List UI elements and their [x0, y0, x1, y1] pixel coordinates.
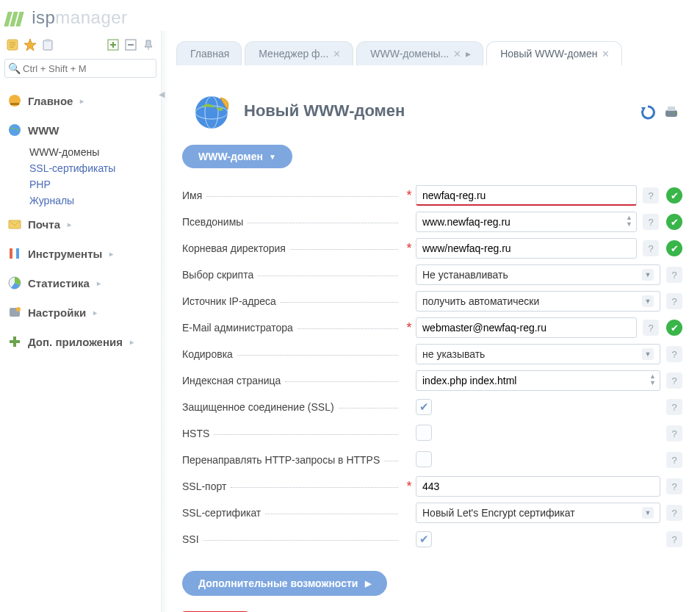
- help-icon[interactable]: ?: [643, 320, 659, 336]
- section-www-domain[interactable]: WWW-домен ▼: [182, 145, 292, 168]
- label-ssl: Защищенное соединение (SSL): [182, 401, 334, 413]
- input-name[interactable]: [416, 185, 637, 206]
- more-options[interactable]: Дополнительные возможности ▶: [182, 571, 387, 596]
- select-sslcert-value: Новый Let's Encrypt сертификат: [422, 507, 575, 519]
- svg-rect-29: [668, 107, 675, 111]
- help-icon[interactable]: ?: [643, 214, 659, 230]
- required-mark: *: [403, 479, 416, 494]
- help-icon[interactable]: ?: [666, 267, 682, 283]
- brand-text-1: isp: [32, 7, 55, 27]
- refresh-icon[interactable]: [640, 104, 656, 120]
- search-input[interactable]: [4, 59, 156, 78]
- help-icon[interactable]: ?: [666, 531, 682, 547]
- close-icon[interactable]: ✕: [602, 48, 610, 60]
- checkbox-ssl[interactable]: ✔: [416, 399, 432, 415]
- sidebar-item-stats[interactable]: Статистика▸: [4, 269, 156, 297]
- sidebar-label-stats: Статистика: [28, 277, 90, 289]
- help-icon[interactable]: ?: [666, 293, 682, 309]
- sidebar-sub-domains[interactable]: WWW-домены: [29, 144, 156, 160]
- plus-icon[interactable]: [107, 38, 120, 51]
- sidebar-item-settings[interactable]: Настройки▸: [4, 298, 156, 326]
- label-redirect: Перенаправлять HTTP-запросы в HTTPS: [182, 454, 380, 466]
- select-sslcert[interactable]: Новый Let's Encrypt сертификат▼: [416, 503, 660, 523]
- stepper-icon[interactable]: ▲▼: [626, 215, 632, 228]
- tab-newdomain-label: Новый WWW-домен: [500, 48, 597, 60]
- select-enc[interactable]: не указывать▼: [416, 344, 660, 364]
- label-enc: Кодировка: [182, 348, 233, 360]
- addons-icon: [7, 334, 22, 349]
- sidebar-sub-php[interactable]: PHP: [29, 176, 156, 192]
- valid-icon: ✔: [666, 187, 682, 204]
- checkbox-ssi[interactable]: ✔: [416, 531, 432, 547]
- stepper-icon[interactable]: ▲▼: [649, 373, 656, 386]
- search-icon: 🔍: [8, 62, 21, 74]
- select-script[interactable]: Не устанавливать▼: [416, 264, 660, 285]
- checkbox-redirect[interactable]: [416, 451, 432, 467]
- sidebar-item-www[interactable]: WWW: [4, 116, 156, 144]
- brand-bars-icon: [6, 7, 24, 28]
- sidebar-label-home: Главное: [28, 95, 73, 107]
- brand-text-2: manager: [55, 7, 127, 27]
- help-icon[interactable]: ?: [666, 452, 682, 468]
- help-icon[interactable]: ?: [643, 240, 659, 256]
- sidebar-item-tools[interactable]: Инструменты▸: [4, 240, 156, 267]
- help-icon[interactable]: ?: [666, 372, 682, 389]
- svg-point-21: [16, 307, 21, 312]
- svg-rect-18: [16, 248, 19, 259]
- help-icon[interactable]: ?: [643, 187, 659, 204]
- input-index[interactable]: [416, 370, 660, 391]
- help-icon[interactable]: ?: [666, 478, 682, 494]
- sidebar-item-addons[interactable]: Доп. приложения▸: [4, 328, 156, 356]
- help-icon[interactable]: ?: [666, 399, 682, 415]
- valid-icon: ✔: [666, 320, 682, 336]
- clipboard-icon[interactable]: [41, 38, 54, 51]
- help-icon[interactable]: ?: [666, 425, 682, 442]
- close-icon[interactable]: ✕: [453, 48, 461, 60]
- sidebar-sub-ssl[interactable]: SSL-сертификаты: [29, 160, 156, 176]
- chevron-down-icon: ▼: [642, 348, 654, 360]
- required-mark: *: [403, 241, 416, 256]
- input-aliases[interactable]: [416, 212, 637, 232]
- page-globe-icon: [191, 90, 232, 132]
- svg-marker-4: [24, 39, 36, 51]
- label-email: E-Mail администратора: [182, 322, 293, 334]
- star-icon[interactable]: [24, 38, 37, 51]
- tab-wwwdomains-label: WWW-домены...: [370, 48, 449, 60]
- svg-rect-14: [10, 103, 19, 105]
- label-hsts: HSTS: [182, 428, 209, 439]
- label-aliases: Псевдонимы: [182, 216, 243, 228]
- stats-icon: [7, 276, 22, 290]
- select-ipsrc-value: получить автоматически: [422, 295, 539, 307]
- more-options-label: Дополнительные возможности: [198, 577, 358, 589]
- input-sslport[interactable]: [416, 476, 660, 497]
- select-ipsrc[interactable]: получить автоматически▼: [416, 291, 660, 312]
- close-icon[interactable]: ✕: [333, 48, 341, 60]
- tab-newdomain[interactable]: Новый WWW-домен✕: [486, 41, 622, 65]
- help-icon[interactable]: ?: [666, 505, 682, 521]
- label-sslport: SSL-порт: [182, 480, 226, 492]
- tab-filemanager[interactable]: Менеджер ф...✕: [245, 41, 353, 65]
- required-mark: *: [403, 320, 416, 336]
- collapse-handle-icon[interactable]: ◀: [159, 90, 165, 99]
- label-script: Выбор скрипта: [182, 269, 253, 281]
- checkbox-hsts[interactable]: [416, 425, 432, 441]
- label-root: Корневая директория: [182, 242, 286, 254]
- print-icon[interactable]: [663, 104, 679, 120]
- help-icon[interactable]: ?: [666, 346, 682, 362]
- sidebar-item-home[interactable]: Главное▸: [4, 87, 156, 115]
- tab-home-label: Главная: [190, 48, 229, 60]
- required-mark: *: [403, 188, 416, 204]
- svg-rect-6: [46, 39, 50, 42]
- svg-rect-28: [665, 110, 677, 117]
- input-email[interactable]: [416, 317, 637, 338]
- tab-wwwdomains[interactable]: WWW-домены...✕▸: [356, 41, 483, 65]
- sidebar-sub-logs[interactable]: Журналы: [29, 192, 156, 209]
- input-root[interactable]: [416, 238, 637, 259]
- sidebar: 🔍 Главное▸ WWW WWW-домены SSL-сертификат…: [0, 31, 162, 612]
- tab-home[interactable]: Главная: [176, 41, 242, 65]
- globe-icon: [7, 123, 22, 137]
- sidebar-item-mail[interactable]: Почта▸: [4, 210, 156, 238]
- minus-icon[interactable]: [124, 38, 137, 51]
- pin-icon[interactable]: [142, 38, 155, 51]
- notes-icon[interactable]: [6, 38, 19, 51]
